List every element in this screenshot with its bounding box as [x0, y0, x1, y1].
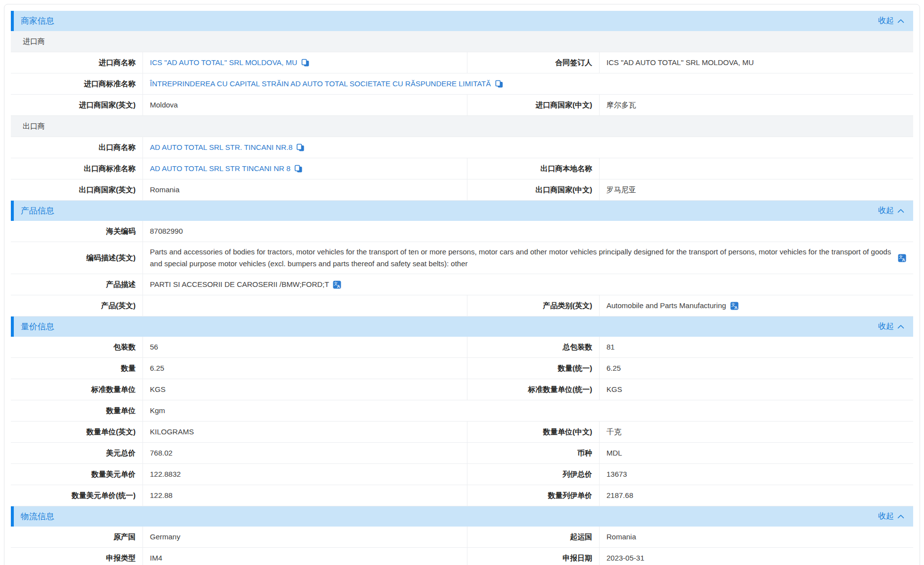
field-label: 列伊总价 — [467, 464, 600, 485]
field-label: 合同签订人 — [467, 52, 600, 73]
field-value: 2187.68 — [600, 485, 913, 506]
field-value: AD AUTO TOTAL SRL STR TINCANI NR 8 — [143, 158, 467, 179]
field-value — [143, 295, 467, 316]
copy-icon[interactable] — [296, 143, 305, 152]
collapse-merchant-button[interactable]: 收起 — [878, 16, 904, 26]
section-header-logistics: 物流信息 收起 — [11, 506, 913, 527]
field-value: KGS — [143, 379, 467, 400]
section-title-product: 产品信息 — [21, 205, 54, 216]
row-qty-unit: 数量单位 Kgm — [11, 400, 913, 422]
product-category-text: Automobile and Parts Manufacturing — [606, 300, 726, 312]
field-value: 千克 — [600, 422, 913, 442]
row-quantity: 数量 6.25 数量(统一) 6.25 — [11, 358, 913, 379]
group-label: 出口商 — [23, 122, 45, 131]
field-value: Moldova — [143, 95, 467, 115]
chevron-up-icon — [897, 209, 904, 213]
collapse-label: 收起 — [878, 321, 894, 332]
field-label: 标准数量单位 — [11, 379, 143, 400]
row-importer-std-name: 进口商标准名称 ÎNTREPRINDEREA CU CAPITAL STRĂIN… — [11, 73, 913, 95]
field-label: 数量美元单价(统一) — [11, 485, 143, 506]
field-label: 数量(统一) — [467, 358, 600, 379]
row-packages: 包装数 56 总包装数 81 — [11, 337, 913, 358]
field-label: 进口商国家(中文) — [467, 95, 600, 115]
copy-icon[interactable] — [495, 80, 503, 88]
field-value: PARTI SI ACCESORII DE CAROSERII /BMW;FOR… — [143, 274, 913, 295]
translate-icon[interactable] — [333, 281, 341, 289]
field-label: 包装数 — [11, 337, 143, 357]
collapse-quantity-price-button[interactable]: 收起 — [878, 321, 904, 332]
row-hs-desc: 编码描述(英文) Parts and accessories of bodies… — [11, 242, 913, 274]
field-value: Kgm — [143, 400, 913, 421]
row-usd-unit-price: 数量美元单价 122.8832 列伊总价 13673 — [11, 464, 913, 485]
group-header-exporter: 出口商 — [11, 116, 913, 137]
importer-std-name-link[interactable]: ÎNTREPRINDEREA CU CAPITAL STRĂIN AD AUTO… — [150, 78, 491, 90]
field-value: 6.25 — [143, 358, 467, 379]
row-product-desc: 产品描述 PARTI SI ACCESORII DE CAROSERII /BM… — [11, 274, 913, 295]
field-value: 122.88 — [143, 485, 467, 506]
section-title-logistics: 物流信息 — [21, 511, 54, 522]
field-label: 币种 — [467, 443, 600, 463]
field-label: 数量列伊单价 — [467, 485, 600, 506]
group-header-importer: 进口商 — [11, 31, 913, 52]
field-label: 出口商名称 — [11, 137, 143, 158]
field-label: 起运国 — [467, 527, 600, 547]
exporter-std-name-link[interactable]: AD AUTO TOTAL SRL STR TINCANI NR 8 — [150, 163, 290, 175]
field-value: AD AUTO TOTAL SRL STR. TINCANI NR.8 — [143, 137, 913, 158]
field-value: 罗马尼亚 — [600, 179, 913, 200]
copy-icon[interactable] — [301, 59, 310, 67]
field-value: 56 — [143, 337, 467, 357]
translate-icon[interactable] — [898, 254, 906, 262]
field-value: 122.8832 — [143, 464, 467, 485]
field-value: Parts and accessories of bodies for trac… — [143, 242, 913, 274]
field-label: 出口商本地名称 — [467, 158, 600, 179]
field-value: Automobile and Parts Manufacturing — [600, 295, 913, 316]
field-label: 产品描述 — [11, 274, 143, 295]
field-label: 数量单位(英文) — [11, 422, 143, 442]
row-std-qty-unit: 标准数量单位 KGS 标准数量单位(统一) KGS — [11, 379, 913, 400]
row-importer-name: 进口商名称 ICS "AD AUTO TOTAL" SRL MOLDOVA, M… — [11, 52, 913, 73]
copy-icon[interactable] — [294, 165, 303, 173]
field-label: 进口商名称 — [11, 52, 143, 73]
field-value: KGS — [600, 379, 913, 400]
product-description-text: PARTI SI ACCESORII DE CAROSERII /BMW;FOR… — [150, 279, 329, 290]
section-title-merchant: 商家信息 — [21, 15, 54, 27]
field-value: 摩尔多瓦 — [600, 95, 913, 115]
exporter-name-link[interactable]: AD AUTO TOTAL SRL STR. TINCANI NR.8 — [150, 141, 292, 153]
field-label: 编码描述(英文) — [11, 242, 143, 274]
collapse-label: 收起 — [878, 511, 894, 522]
field-value: 768.02 — [143, 443, 467, 463]
collapse-product-button[interactable]: 收起 — [878, 206, 904, 216]
field-label: 数量 — [11, 358, 143, 379]
field-label: 申报日期 — [467, 548, 600, 565]
field-label: 出口商国家(英文) — [11, 179, 143, 200]
field-value: 13673 — [600, 464, 913, 485]
row-declaration: 申报类型 IM4 申报日期 2023-05-31 — [11, 548, 913, 565]
row-usd-unit-price-unified: 数量美元单价(统一) 122.88 数量列伊单价 2187.68 — [11, 485, 913, 506]
field-value: KILOGRAMS — [143, 422, 467, 442]
collapse-label: 收起 — [878, 206, 894, 216]
translate-icon[interactable] — [730, 302, 739, 310]
collapse-logistics-button[interactable]: 收起 — [878, 511, 904, 522]
chevron-up-icon — [897, 324, 904, 329]
row-exporter-std-name: 出口商标准名称 AD AUTO TOTAL SRL STR TINCANI NR… — [11, 158, 913, 179]
field-label: 产品类别(英文) — [467, 295, 600, 316]
field-label: 数量美元单价 — [11, 464, 143, 485]
collapse-label: 收起 — [878, 16, 894, 26]
trade-record-panel: 商家信息 收起 进口商 进口商名称 ICS "AD AUTO TOTAL" SR… — [4, 4, 920, 565]
hs-description-text: Parts and accessories of bodies for trac… — [150, 246, 894, 270]
field-value: Romania — [143, 179, 467, 200]
field-label: 产品(英文) — [11, 295, 143, 316]
field-label: 数量单位(中文) — [467, 422, 600, 442]
field-label: 标准数量单位(统一) — [467, 379, 600, 400]
importer-name-link[interactable]: ICS "AD AUTO TOTAL" SRL MOLDOVA, MU — [150, 57, 297, 69]
field-value: ICS "AD AUTO TOTAL" SRL MOLDOVA, MU — [600, 52, 913, 73]
row-product-en: 产品(英文) 产品类别(英文) Automobile and Parts Man… — [11, 295, 913, 317]
field-label: 数量单位 — [11, 400, 143, 421]
field-value: Germany — [143, 527, 467, 547]
field-label: 总包装数 — [467, 337, 600, 357]
field-value: 87082990 — [143, 221, 913, 242]
chevron-up-icon — [897, 19, 904, 23]
row-qty-unit-lang: 数量单位(英文) KILOGRAMS 数量单位(中文) 千克 — [11, 422, 913, 443]
row-usd-total: 美元总价 768.02 币种 MDL — [11, 443, 913, 464]
field-value: MDL — [600, 443, 913, 463]
